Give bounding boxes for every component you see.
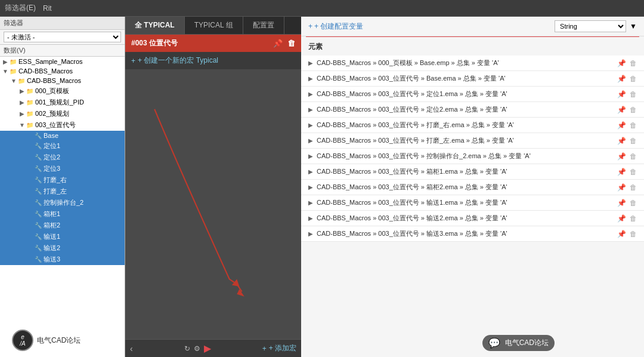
element-delete-icon[interactable]: 🗑 <box>630 90 637 99</box>
element-pin-icon[interactable]: 📌 <box>617 59 626 67</box>
sidebar-toolbar: 筛选器 <box>0 17 125 30</box>
tree-item-002-plan[interactable]: ▶ 📁 002_预规划 <box>0 108 125 119</box>
tree-item-003-pos[interactable]: ▼ 📁 003_位置代号 <box>0 119 125 131</box>
refresh-icon[interactable]: ↻ <box>184 344 190 353</box>
tree-item-base[interactable]: 🔧 Base <box>0 131 125 140</box>
tree-item-001-pid[interactable]: ▶ 📁 001_预规划_PID <box>0 97 125 108</box>
element-row-7[interactable]: ▶ CAD-BBS_Macros » 003_位置代号 » 箱柜1.ema » … <box>301 164 644 180</box>
arrow-right-icon[interactable]: ▶ <box>204 343 211 354</box>
settings-icon[interactable]: ⚙ <box>194 344 200 353</box>
element-delete-icon[interactable]: 🗑 <box>630 230 637 238</box>
filter-select[interactable]: - 未激活 - <box>4 32 121 42</box>
menu-rit[interactable]: Rit <box>43 4 52 13</box>
element-pin-icon[interactable]: 📌 <box>617 230 626 238</box>
folder-icon: 📁 <box>18 78 25 84</box>
element-pin-icon[interactable]: 📌 <box>617 168 626 176</box>
tree-label: 控制操作台_2 <box>44 198 83 207</box>
folder-icon: 🔧 <box>35 233 42 240</box>
element-pin-icon[interactable]: 📌 <box>617 152 626 161</box>
menu-filter[interactable]: 筛选器(E) <box>5 3 36 13</box>
element-delete-icon[interactable]: 🗑 <box>630 214 637 223</box>
plus-icon-config: + <box>308 22 312 30</box>
element-row-0[interactable]: ▶ CAD-BBS_Macros » 000_页模板 » Base.emp » … <box>301 56 644 71</box>
element-delete-icon[interactable]: 🗑 <box>630 152 637 161</box>
top-bar: 筛选器(E) Rit <box>0 0 644 17</box>
tree-item-pos1[interactable]: 🔧 定位1 <box>0 140 125 152</box>
bottom-add-label: + 添加宏 <box>269 343 296 353</box>
element-delete-icon[interactable]: 🗑 <box>630 168 637 176</box>
element-row-6[interactable]: ▶ CAD-BBS_Macros » 003_位置代号 » 控制操作台_2.em… <box>301 149 644 164</box>
element-pin-icon[interactable]: 📌 <box>617 90 626 99</box>
bottom-add-btn[interactable]: + + 添加宏 <box>262 343 296 353</box>
tree-item-cabinet2[interactable]: 🔧 箱柜2 <box>0 220 125 231</box>
expand-icon: ▶ <box>308 137 313 144</box>
element-row-11[interactable]: ▶ CAD-BBS_Macros » 003_位置代号 » 输送3.ema » … <box>301 226 644 242</box>
elements-list: ▶ CAD-BBS_Macros » 000_页模板 » Base.emp » … <box>301 56 644 357</box>
element-row-5[interactable]: ▶ CAD-BBS_Macros » 003_位置代号 » 打磨_左.ema »… <box>301 133 644 149</box>
element-pin-icon[interactable]: 📌 <box>617 75 626 83</box>
tree-item-ctrl-panel[interactable]: 🔧 控制操作台_2 <box>0 197 125 208</box>
top-menu[interactable]: 筛选器(E) Rit <box>0 3 57 13</box>
tree-item-transfer2[interactable]: 🔧 输送2 <box>0 242 125 254</box>
center-tab-全-TYPICAL[interactable]: 全 TYPICAL <box>125 17 185 34</box>
element-row-icons: 📌 🗑 <box>617 137 637 145</box>
element-row-1[interactable]: ▶ CAD-BBS_Macros » 003_位置代号 » Base.ema »… <box>301 71 644 87</box>
element-pin-icon[interactable]: 📌 <box>617 106 626 114</box>
tree-item-transfer1[interactable]: 🔧 输送1 <box>0 231 125 242</box>
tree-item-cabinet1[interactable]: 🔧 箱柜1 <box>0 208 125 220</box>
element-row-4[interactable]: ▶ CAD-BBS_Macros » 003_位置代号 » 打磨_右.ema »… <box>301 118 644 133</box>
string-select[interactable]: String <box>555 20 626 32</box>
center-tab-配置置[interactable]: 配置置 <box>243 17 284 34</box>
element-text: CAD-BBS_Macros » 003_位置代号 » 箱柜2.ema » 总集… <box>317 183 617 192</box>
pin-icon[interactable]: 📌 <box>273 39 283 48</box>
prev-icon[interactable]: ‹ <box>130 344 133 353</box>
element-row-9[interactable]: ▶ CAD-BBS_Macros » 003_位置代号 » 输送1.ema » … <box>301 195 644 211</box>
tree-item-hit-left[interactable]: 🔧 打磨_左 <box>0 186 125 197</box>
element-row-10[interactable]: ▶ CAD-BBS_Macros » 003_位置代号 » 输送2.ema » … <box>301 211 644 226</box>
element-row-2[interactable]: ▶ CAD-BBS_Macros » 003_位置代号 » 定位1.ema » … <box>301 87 644 102</box>
element-delete-icon[interactable]: 🗑 <box>630 75 637 83</box>
tree-item-cad-bbs-macros[interactable]: ▼ 📁 CAD-BBS_Macros <box>0 76 125 85</box>
element-delete-icon[interactable]: 🗑 <box>630 121 637 130</box>
center-tab-TYPICAL-组[interactable]: TYPICAL 组 <box>185 17 243 34</box>
element-delete-icon[interactable]: 🗑 <box>630 137 637 145</box>
element-pin-icon[interactable]: 📌 <box>617 121 626 130</box>
watermark-text-left: 电气CAD论坛 <box>37 336 80 346</box>
tree-item-pos3[interactable]: 🔧 定位3 <box>0 163 125 174</box>
right-header-right: String ▼ <box>555 20 637 32</box>
element-pin-icon[interactable]: 📌 <box>617 137 626 145</box>
chevron-down-icon[interactable]: ▼ <box>630 22 637 30</box>
delete-icon[interactable]: 🗑 <box>287 39 295 48</box>
bottom-nav: ‹ <box>130 344 133 353</box>
element-pin-icon[interactable]: 📌 <box>617 214 626 223</box>
element-row-icons: 📌 🗑 <box>617 59 637 67</box>
element-row-8[interactable]: ▶ CAD-BBS_Macros » 003_位置代号 » 箱柜2.ema » … <box>301 180 644 195</box>
element-row-icons: 📌 🗑 <box>617 121 637 130</box>
expand-icon: ▶ <box>308 153 313 159</box>
elements-title: 元素 <box>308 42 637 52</box>
folder-icon: 🔧 <box>35 211 42 217</box>
tree-toggle: ▼ <box>2 68 8 75</box>
tree-item-ess[interactable]: ▶ 📁 ESS_Sample_Macros <box>0 57 125 66</box>
element-delete-icon[interactable]: 🗑 <box>630 59 637 67</box>
tree-item-000-page[interactable]: ▶ 📁 000_页模板 <box>0 85 125 97</box>
element-row-icons: 📌 🗑 <box>617 168 637 176</box>
element-text: CAD-BBS_Macros » 003_位置代号 » 输送3.ema » 总集… <box>317 229 617 238</box>
tree-item-pos2[interactable]: 🔧 定位2 <box>0 152 125 163</box>
tree-item-hit-right[interactable]: 🔧 打磨_右 <box>0 174 125 186</box>
element-text: CAD-BBS_Macros » 003_位置代号 » 输送2.ema » 总集… <box>317 214 617 223</box>
element-delete-icon[interactable]: 🗑 <box>630 183 637 192</box>
center-content <box>125 69 301 339</box>
element-delete-icon[interactable]: 🗑 <box>630 199 637 207</box>
tree-item-cad-bbs[interactable]: ▼ 📁 CAD-BBS_Macros <box>0 66 125 76</box>
create-config-btn[interactable]: + + 创建配置变量 <box>308 21 363 32</box>
create-new-btn[interactable]: + + 创建一个新的宏 Typical <box>125 52 301 69</box>
element-pin-icon[interactable]: 📌 <box>617 183 626 192</box>
folder-icon: 📁 <box>10 68 17 75</box>
element-delete-icon[interactable]: 🗑 <box>630 106 637 114</box>
create-config-label: + 创建配置变量 <box>314 21 363 32</box>
element-row-3[interactable]: ▶ CAD-BBS_Macros » 003_位置代号 » 定位2.ema » … <box>301 102 644 118</box>
element-pin-icon[interactable]: 📌 <box>617 199 626 207</box>
folder-icon: 🔧 <box>35 143 42 149</box>
tree-item-transfer3[interactable]: 🔧 输送3 <box>0 254 125 265</box>
